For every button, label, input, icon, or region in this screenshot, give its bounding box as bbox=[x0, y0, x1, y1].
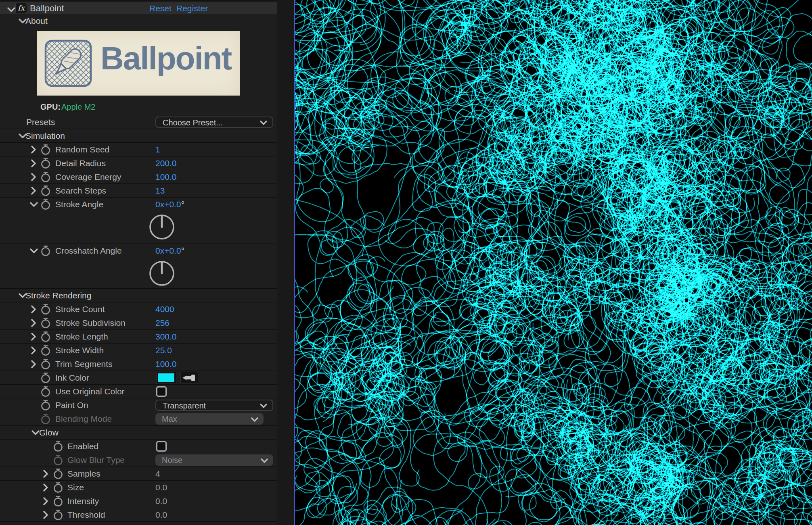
reset-link[interactable]: Reset bbox=[149, 4, 172, 13]
logo-wordmark: Ballpoint bbox=[100, 40, 231, 77]
param-value[interactable]: 200.0 bbox=[155, 158, 177, 168]
row-glow-samples: Samples 4 bbox=[0, 467, 277, 481]
row-stroke-angle: Stroke Angle 0x+0.0° bbox=[0, 198, 277, 211]
dial-icon[interactable] bbox=[148, 212, 176, 241]
param-label: Stroke Angle bbox=[55, 200, 103, 209]
expander-icon[interactable] bbox=[29, 145, 38, 154]
presets-label: Presets bbox=[26, 117, 55, 127]
expander-icon[interactable] bbox=[29, 186, 38, 196]
expander-icon[interactable] bbox=[29, 318, 38, 328]
row-stroke-count: Stroke Count 4000 bbox=[0, 302, 277, 316]
effect-header: fx Ballpoint Reset Register bbox=[0, 2, 277, 14]
stopwatch-icon[interactable] bbox=[53, 495, 63, 507]
collapse-icon[interactable] bbox=[29, 246, 39, 256]
expander-icon[interactable] bbox=[41, 469, 50, 479]
dropdown-chevron-icon bbox=[260, 458, 268, 463]
expander-icon[interactable] bbox=[29, 332, 38, 342]
stopwatch-icon[interactable] bbox=[40, 198, 51, 210]
blending-mode-dropdown: Max bbox=[155, 413, 264, 425]
section-label-simulation[interactable]: Simulation bbox=[25, 131, 65, 141]
section-label-stroke-rendering[interactable]: Stroke Rendering bbox=[25, 291, 91, 300]
expander-icon[interactable] bbox=[29, 158, 38, 168]
expander-icon[interactable] bbox=[29, 304, 38, 314]
expander-icon[interactable] bbox=[41, 510, 50, 520]
glow-enabled-checkbox[interactable] bbox=[156, 441, 167, 452]
stopwatch-icon[interactable] bbox=[40, 245, 51, 257]
section-label-glow[interactable]: Glow bbox=[39, 428, 59, 438]
stopwatch-icon[interactable] bbox=[40, 331, 51, 343]
param-value[interactable]: 100.0 bbox=[155, 359, 177, 369]
param-label: Use Original Color bbox=[55, 387, 125, 396]
expander-icon[interactable] bbox=[29, 346, 38, 355]
param-label: Stroke Length bbox=[55, 332, 108, 342]
param-value[interactable]: 100.0 bbox=[155, 172, 177, 182]
stopwatch-icon bbox=[40, 413, 51, 425]
eyedropper-button[interactable] bbox=[180, 372, 198, 384]
param-label: Glow Blur Type bbox=[67, 455, 125, 465]
stopwatch-icon[interactable] bbox=[53, 481, 63, 494]
param-value[interactable]: 300.0 bbox=[155, 332, 177, 342]
expander-icon[interactable] bbox=[41, 496, 50, 506]
dropdown-chevron-icon bbox=[260, 120, 268, 125]
param-label: Detail Radius bbox=[55, 158, 106, 168]
param-value[interactable]: 1 bbox=[155, 145, 160, 154]
stopwatch-icon[interactable] bbox=[53, 468, 63, 480]
stopwatch-icon[interactable] bbox=[40, 372, 51, 384]
ink-color-swatch[interactable] bbox=[156, 372, 176, 384]
dial-icon[interactable] bbox=[148, 258, 176, 288]
expander-icon[interactable] bbox=[29, 359, 38, 369]
stopwatch-icon[interactable] bbox=[40, 358, 51, 370]
stopwatch-icon[interactable] bbox=[53, 440, 63, 452]
param-value[interactable]: 4000 bbox=[155, 304, 174, 314]
row-stroke-length: Stroke Length 300.0 bbox=[0, 330, 277, 344]
param-value[interactable]: 0x+0.0° bbox=[155, 200, 184, 209]
param-label: Threshold bbox=[67, 510, 105, 520]
param-value[interactable]: 25.0 bbox=[155, 346, 172, 355]
row-glow-size: Size 0.0 bbox=[0, 481, 277, 494]
stopwatch-icon[interactable] bbox=[40, 185, 51, 197]
expander-icon[interactable] bbox=[41, 483, 50, 492]
stopwatch-icon[interactable] bbox=[40, 144, 51, 156]
row-section-glow: Glow bbox=[0, 426, 277, 440]
stopwatch-icon[interactable] bbox=[40, 171, 51, 183]
param-label: Stroke Width bbox=[55, 346, 104, 355]
stopwatch-icon[interactable] bbox=[40, 157, 51, 169]
paint-on-dropdown[interactable]: Transparent bbox=[155, 400, 273, 411]
crosshatch-angle-dial-area bbox=[0, 258, 277, 289]
row-use-original-color: Use Original Color bbox=[0, 385, 277, 398]
stopwatch-icon[interactable] bbox=[40, 399, 51, 411]
stopwatch-icon[interactable] bbox=[53, 509, 63, 521]
stopwatch-icon[interactable] bbox=[40, 317, 51, 329]
row-glow-threshold: Threshold 0.0 bbox=[0, 508, 277, 522]
collapse-icon[interactable] bbox=[6, 5, 16, 15]
paint-on-value: Transparent bbox=[163, 401, 206, 410]
row-paint-on: Paint On Transparent bbox=[0, 398, 277, 412]
fx-badge-icon: fx bbox=[15, 3, 27, 13]
row-trim-segments: Trim Segments 100.0 bbox=[0, 357, 277, 371]
composition-preview[interactable] bbox=[295, 0, 812, 525]
param-label: Paint On bbox=[55, 400, 88, 410]
param-label: Stroke Subdivision bbox=[55, 318, 126, 328]
row-coverage-energy: Coverage Energy 100.0 bbox=[0, 170, 277, 184]
stopwatch-icon[interactable] bbox=[40, 385, 51, 398]
collapse-icon[interactable] bbox=[29, 200, 39, 209]
register-link[interactable]: Register bbox=[176, 4, 208, 13]
ballpoint-render-canvas bbox=[295, 0, 812, 525]
param-value: 0.0 bbox=[155, 510, 167, 520]
clipped-row bbox=[0, 522, 277, 524]
expander-icon[interactable] bbox=[29, 172, 38, 182]
stopwatch-icon[interactable] bbox=[40, 303, 51, 315]
row-section-simulation: Simulation bbox=[0, 129, 277, 143]
stopwatch-icon[interactable] bbox=[40, 344, 51, 356]
section-label-about[interactable]: About bbox=[25, 16, 48, 26]
param-value[interactable]: 0x+0.0° bbox=[155, 246, 184, 256]
use-original-color-checkbox[interactable] bbox=[156, 386, 167, 397]
param-value: 0.0 bbox=[155, 483, 167, 492]
choose-preset-dropdown[interactable]: Choose Preset... bbox=[155, 117, 273, 128]
row-glow-blur-type: Glow Blur Type Noise bbox=[0, 453, 277, 467]
param-value[interactable]: 13 bbox=[155, 186, 165, 196]
dropdown-chevron-icon bbox=[260, 403, 268, 408]
row-detail-radius: Detail Radius 200.0 bbox=[0, 156, 277, 170]
ink-color-fill bbox=[158, 373, 174, 382]
param-value[interactable]: 256 bbox=[155, 318, 170, 328]
